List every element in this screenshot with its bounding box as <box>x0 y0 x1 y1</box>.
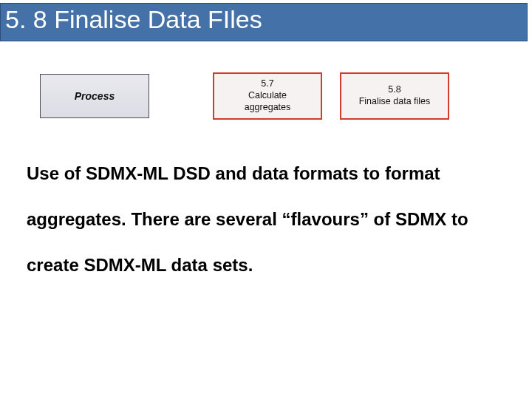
box-5-7-line1: Calculate <box>248 90 287 102</box>
title-bar: 5. 8 Finalise Data FIles <box>0 3 528 41</box>
spacer <box>149 68 213 121</box>
box-5-7: 5.7 Calculate aggregates <box>213 72 322 120</box>
slide-title: 5. 8 Finalise Data FIles <box>5 5 262 33</box>
process-box: Process <box>40 74 149 118</box>
body-text: Use of SDMX-ML DSD and data formats to f… <box>27 151 505 289</box>
spacer <box>322 68 340 121</box>
box-5-7-number: 5.7 <box>261 78 273 90</box>
box-5-8-line1: Finalise data files <box>359 96 431 108</box>
slide: 5. 8 Finalise Data FIles Process 5.7 Cal… <box>0 3 532 399</box>
box-5-8: 5.8 Finalise data files <box>340 72 449 120</box>
box-5-7-line2: aggregates <box>245 102 291 114</box>
box-5-8-number: 5.8 <box>388 84 400 96</box>
process-box-label: Process <box>75 90 115 102</box>
diagram-row: Process 5.7 Calculate aggregates 5.8 Fin… <box>40 68 532 121</box>
